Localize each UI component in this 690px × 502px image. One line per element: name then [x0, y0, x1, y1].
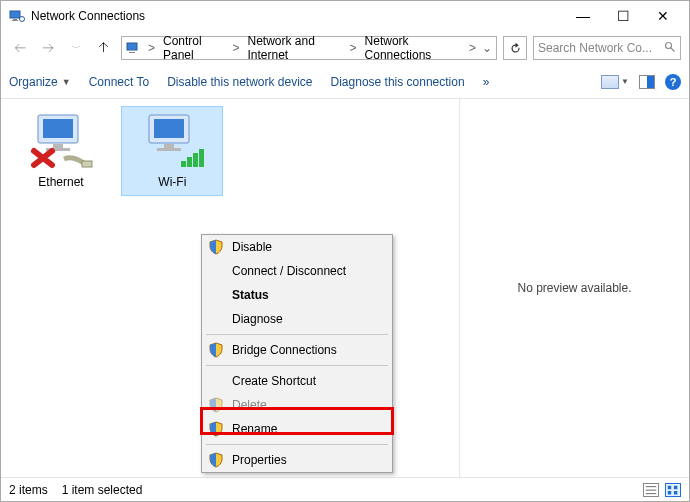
view-menu-button[interactable]: ▼	[601, 75, 629, 89]
shield-icon	[208, 397, 224, 413]
svg-point-3	[20, 17, 25, 22]
command-bar: Organize▼ Connect To Disable this networ…	[1, 65, 689, 99]
adapter-label: Ethernet	[11, 173, 111, 195]
diagnose-connection-button[interactable]: Diagnose this connection	[331, 75, 465, 89]
svg-rect-18	[187, 157, 192, 167]
close-button[interactable]: ✕	[645, 4, 681, 28]
context-menu: Disable Connect / Disconnect Status Diag…	[201, 234, 393, 473]
item-pane[interactable]: Ethernet Wi-Fi Disable Connect / Disconn…	[1, 99, 459, 477]
crumb-network-connections[interactable]: Network Connections	[363, 34, 463, 62]
search-input[interactable]: Search Network Co...	[533, 36, 681, 60]
svg-rect-10	[53, 144, 63, 148]
minimize-button[interactable]: —	[565, 4, 601, 28]
svg-rect-26	[668, 491, 672, 495]
svg-rect-1	[13, 19, 17, 20]
crumb-sep: >	[467, 41, 478, 55]
preview-pane-button[interactable]	[639, 75, 655, 89]
status-item-count: 2 items	[9, 483, 48, 497]
search-icon	[664, 41, 676, 56]
menu-separator	[206, 365, 388, 366]
crumb-network-internet[interactable]: Network and Internet	[245, 34, 343, 62]
adapter-ethernet[interactable]: Ethernet	[11, 107, 111, 195]
preview-pane: No preview available.	[459, 99, 689, 477]
svg-rect-12	[82, 161, 92, 167]
menu-properties[interactable]: Properties	[202, 448, 392, 472]
disable-device-button[interactable]: Disable this network device	[167, 75, 312, 89]
crumb-sep: >	[348, 41, 359, 55]
address-row: 🡠 🡢 ﹀ 🡡 > Control Panel > Network and In…	[1, 31, 689, 65]
chevron-down-icon: ▼	[62, 77, 71, 87]
svg-rect-2	[12, 20, 18, 21]
status-selected-count: 1 item selected	[62, 483, 143, 497]
svg-rect-20	[199, 149, 204, 167]
shield-icon	[208, 452, 224, 468]
app-icon	[9, 8, 25, 24]
connect-to-button[interactable]: Connect To	[89, 75, 150, 89]
window-title: Network Connections	[31, 9, 561, 23]
ethernet-icon	[26, 111, 96, 171]
svg-rect-9	[43, 119, 73, 138]
shield-icon	[208, 421, 224, 437]
back-button[interactable]: 🡠	[9, 37, 31, 59]
menu-delete: Delete	[202, 393, 392, 417]
chevron-down-icon: ▼	[621, 77, 629, 86]
crumb-control-panel[interactable]: Control Panel	[161, 34, 226, 62]
organize-button[interactable]: Organize▼	[9, 75, 71, 89]
menu-separator	[206, 444, 388, 445]
menu-separator	[206, 334, 388, 335]
adapter-wifi[interactable]: Wi-Fi	[122, 107, 222, 195]
overflow-button[interactable]: »	[483, 75, 490, 89]
svg-rect-24	[668, 485, 672, 489]
svg-rect-19	[193, 153, 198, 167]
address-dropdown-icon[interactable]: ⌄	[482, 41, 492, 55]
refresh-icon	[509, 42, 522, 55]
help-button[interactable]: ?	[665, 74, 681, 90]
svg-rect-17	[181, 161, 186, 167]
status-bar: 2 items 1 item selected	[1, 477, 689, 501]
search-placeholder: Search Network Co...	[538, 41, 652, 55]
svg-rect-27	[674, 491, 678, 495]
menu-rename[interactable]: Rename	[202, 417, 392, 441]
menu-status[interactable]: Status	[202, 283, 392, 307]
forward-button: 🡢	[37, 37, 59, 59]
crumb-sep: >	[146, 41, 157, 55]
menu-diagnose[interactable]: Diagnose	[202, 307, 392, 331]
shield-icon	[208, 239, 224, 255]
title-bar: Network Connections — ☐ ✕	[1, 1, 689, 31]
shield-icon	[208, 342, 224, 358]
recent-button[interactable]: ﹀	[65, 37, 87, 59]
svg-rect-0	[10, 11, 20, 18]
menu-create-shortcut[interactable]: Create Shortcut	[202, 369, 392, 393]
menu-connect-disconnect[interactable]: Connect / Disconnect	[202, 259, 392, 283]
refresh-button[interactable]	[503, 36, 527, 60]
svg-point-6	[666, 42, 672, 48]
maximize-button[interactable]: ☐	[605, 4, 641, 28]
adapter-label: Wi-Fi	[122, 173, 222, 195]
main-area: Ethernet Wi-Fi Disable Connect / Disconn…	[1, 99, 689, 477]
details-view-button[interactable]	[643, 483, 659, 497]
menu-bridge[interactable]: Bridge Connections	[202, 338, 392, 362]
large-icons-view-button[interactable]	[665, 483, 681, 497]
svg-rect-4	[127, 43, 137, 50]
address-bar[interactable]: > Control Panel > Network and Internet >…	[121, 36, 497, 60]
location-icon	[126, 40, 142, 56]
svg-line-7	[671, 47, 675, 51]
svg-rect-16	[157, 148, 181, 151]
svg-rect-5	[129, 52, 135, 53]
view-icon	[601, 75, 619, 89]
menu-disable[interactable]: Disable	[202, 235, 392, 259]
svg-rect-14	[154, 119, 184, 138]
crumb-sep: >	[230, 41, 241, 55]
wifi-icon	[137, 111, 207, 171]
svg-rect-25	[674, 485, 678, 489]
svg-rect-15	[164, 144, 174, 148]
preview-empty-text: No preview available.	[517, 281, 631, 295]
up-button[interactable]: 🡡	[93, 37, 115, 59]
